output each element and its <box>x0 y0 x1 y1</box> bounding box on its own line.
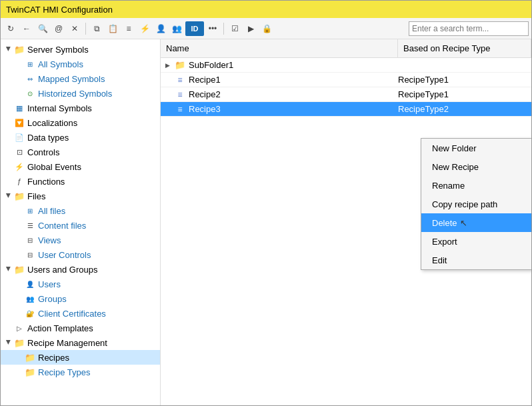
groups-icon: 👥 <box>25 293 35 304</box>
toolbar-id-btn[interactable]: ID <box>185 21 204 36</box>
toolbar-play-btn[interactable]: ▶ <box>243 21 258 36</box>
expand-placeholder-19 <box>14 367 25 377</box>
ctx-new-recipe[interactable]: New Recipe <box>421 157 531 176</box>
back-btn[interactable]: ← <box>19 21 34 36</box>
sidebar-item-users-and-groups[interactable]: ▶ 📁 Users and Groups <box>1 262 160 277</box>
ctx-edit[interactable]: Edit <box>421 251 531 269</box>
list-row-recipe3[interactable]: ≡ Recipe3 RecipeType2 <box>161 102 531 117</box>
expand-subfolder1-icon: ▶ <box>161 62 174 69</box>
col-name-label: Name <box>166 43 189 53</box>
mapped-symbols-icon: ⇔ <box>25 73 35 84</box>
historized-symbols-icon: ⊙ <box>25 88 35 99</box>
sidebar-item-server-symbols[interactable]: ▶ 📁 Server Symbols <box>1 42 160 57</box>
sidebar-item-recipe-types[interactable]: 📁 Recipe Types <box>1 365 160 379</box>
sidebar-item-mapped-symbols[interactable]: ⇔ Mapped Symbols <box>1 71 160 86</box>
sidebar-item-historized-symbols[interactable]: ⊙ Historized Symbols <box>1 86 160 101</box>
users-icon: 👤 <box>25 279 35 289</box>
toolbar-lock-btn[interactable]: 🔒 <box>259 21 274 36</box>
recipe3-icon: ≡ <box>174 103 186 115</box>
expand-placeholder-11 <box>14 220 25 231</box>
sidebar-label-all-files: All files <box>38 206 65 216</box>
expand-placeholder-3 <box>14 88 25 99</box>
toolbar-btn-9[interactable]: 👤 <box>153 21 168 36</box>
toolbar-btn-2[interactable]: 🔍 <box>35 21 50 36</box>
list-header: Name Based on Recipe Type <box>161 39 531 58</box>
toolbar-btn-6[interactable]: 📋 <box>105 21 120 36</box>
sidebar-item-localizations[interactable]: 🔽 Localizations <box>1 115 160 130</box>
sidebar-label-user-controls: User Controls <box>38 250 91 260</box>
list-row-recipe2[interactable]: ≡ Recipe2 RecipeType1 <box>161 87 531 102</box>
sidebar-item-recipes[interactable]: 📁 Recipes <box>1 350 160 365</box>
sidebar-item-views[interactable]: ⊟ Views <box>1 233 160 247</box>
views-icon: ⊟ <box>25 235 35 245</box>
sidebar-item-client-certs[interactable]: 🔐 Client Certificates <box>1 306 160 321</box>
sidebar-label-users: Users <box>38 279 61 289</box>
sidebar-item-all-symbols[interactable]: ⊞ All Symbols <box>1 57 160 71</box>
recipes-folder-icon: 📁 <box>25 352 35 363</box>
toolbar-btn-4[interactable]: ✕ <box>67 21 82 36</box>
list-row-recipe1[interactable]: ≡ Recipe1 RecipeType1 <box>161 73 531 87</box>
sidebar-label-views: Views <box>38 235 61 245</box>
window-title: TwinCAT HMI Configuration <box>6 5 113 15</box>
toolbar-check-btn[interactable]: ☑ <box>227 21 242 36</box>
expand-placeholder-2 <box>14 73 25 84</box>
toolbar-more-btn[interactable]: ••• <box>205 21 220 36</box>
ctx-copy-recipe-path[interactable]: Copy recipe path <box>421 195 531 213</box>
sidebar-label-mapped-symbols: Mapped Symbols <box>38 74 105 84</box>
toolbar: ↻ ← 🔍 @ ✕ ⧉ 📋 ≡ ⚡ 👤 👥 ID ••• ☑ ▶ 🔒 <box>1 18 531 39</box>
toolbar-btn-3[interactable]: @ <box>51 21 66 36</box>
sidebar-label-server-symbols: Server Symbols <box>27 45 89 55</box>
ctx-delete-label: Delete <box>432 218 457 228</box>
sidebar-item-data-types[interactable]: 📄 Data types <box>1 130 160 145</box>
toolbar-btn-8[interactable]: ⚡ <box>137 21 152 36</box>
expand-placeholder-13 <box>14 249 25 260</box>
sidebar-item-all-files[interactable]: ⊞ All files <box>1 203 160 218</box>
sidebar-item-users[interactable]: 👤 Users <box>1 277 160 291</box>
toolbar-btn-7[interactable]: ≡ <box>121 21 136 36</box>
global-events-icon: ⚡ <box>14 161 25 172</box>
sidebar-label-client-certs: Client Certificates <box>38 309 106 319</box>
col-header-recipe-type: Based on Recipe Type <box>398 39 531 57</box>
expand-placeholder-12 <box>14 235 25 245</box>
sidebar-item-controls[interactable]: ⊡ Controls <box>1 145 160 159</box>
list-row-subfolder1[interactable]: ▶ 📁 SubFolder1 <box>161 58 531 73</box>
sidebar-item-groups[interactable]: 👥 Groups <box>1 291 160 306</box>
expand-recipe-icon: ▶ <box>3 337 14 347</box>
sidebar-item-internal-symbols[interactable]: ▦ Internal Symbols <box>1 101 160 115</box>
sidebar-item-global-events[interactable]: ⚡ Global Events <box>1 159 160 174</box>
folder-icon-files: 📁 <box>14 191 25 201</box>
search-input[interactable] <box>412 24 525 33</box>
sidebar-label-users-and-groups: Users and Groups <box>27 265 98 275</box>
refresh-btn[interactable]: ↻ <box>3 21 18 36</box>
content-files-icon: ☰ <box>25 220 35 231</box>
toolbar-btn-10[interactable]: 👥 <box>169 21 184 36</box>
recipe1-type: RecipeType1 <box>398 75 531 85</box>
expand-placeholder-17 <box>3 323 14 333</box>
sidebar-label-recipe-management: Recipe Management <box>27 338 107 348</box>
sidebar-item-files[interactable]: ▶ 📁 Files <box>1 189 160 203</box>
sidebar-item-functions[interactable]: ƒ Functions <box>1 174 160 189</box>
sidebar-item-content-files[interactable]: ☰ Content files <box>1 218 160 233</box>
sidebar-item-recipe-management[interactable]: ▶ 📁 Recipe Management <box>1 335 160 350</box>
sidebar-label-global-events: Global Events <box>27 162 81 172</box>
ctx-new-folder[interactable]: New Folder <box>421 139 531 157</box>
sidebar-item-user-controls[interactable]: ⊟ User Controls <box>1 247 160 262</box>
folder-icon-server: 📁 <box>14 44 25 55</box>
ctx-edit-label: Edit <box>432 255 447 265</box>
all-symbols-icon: ⊞ <box>25 59 35 69</box>
sidebar-label-groups: Groups <box>38 294 67 304</box>
subfolder1-name: SubFolder1 <box>189 60 398 70</box>
search-box[interactable] <box>409 21 529 36</box>
sidebar-item-action-templates[interactable]: ▷ Action Templates <box>1 321 160 335</box>
subfolder1-icon: 📁 <box>174 59 186 71</box>
ctx-delete[interactable]: Delete ↖ <box>421 213 531 232</box>
toolbar-btn-5[interactable]: ⧉ <box>89 21 104 36</box>
ctx-export[interactable]: Export <box>421 232 531 251</box>
col-header-name: Name <box>161 39 398 57</box>
context-menu: New Folder New Recipe Rename Copy recipe… <box>421 138 531 270</box>
recipe1-name: Recipe1 <box>189 75 398 85</box>
ctx-rename[interactable]: Rename <box>421 176 531 195</box>
sep1 <box>85 23 86 35</box>
sidebar-label-content-files: Content files <box>38 221 86 231</box>
title-bar: TwinCAT HMI Configuration <box>1 1 531 18</box>
